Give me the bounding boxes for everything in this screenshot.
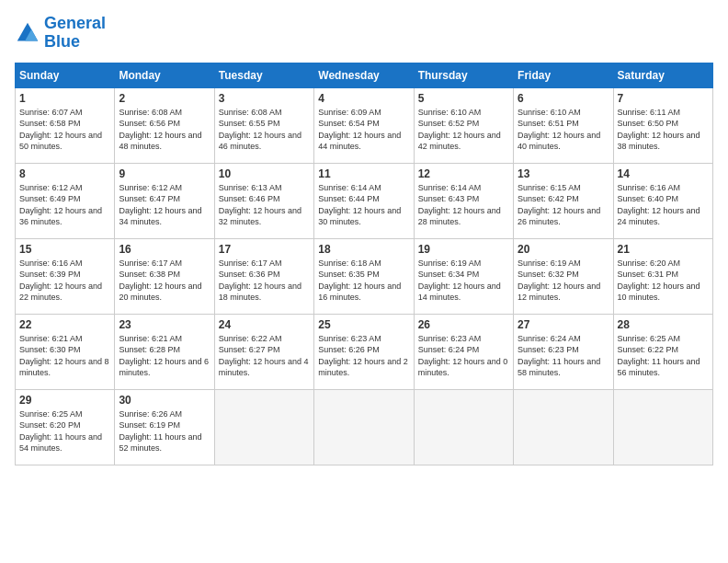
day-cell-12: 12 Sunrise: 6:14 AM Sunset: 6:43 PM Dayl… xyxy=(414,163,513,238)
day-cell-28: 28 Sunrise: 6:25 AM Sunset: 6:22 PM Dayl… xyxy=(613,314,712,389)
empty-cell xyxy=(514,389,613,465)
day-info: Sunrise: 6:19 AM Sunset: 6:32 PM Dayligh… xyxy=(518,258,609,304)
day-number: 3 xyxy=(219,92,310,105)
day-cell-3: 3 Sunrise: 6:08 AM Sunset: 6:55 PM Dayli… xyxy=(214,87,313,163)
day-info: Sunrise: 6:23 AM Sunset: 6:26 PM Dayligh… xyxy=(318,333,409,379)
day-info: Sunrise: 6:25 AM Sunset: 6:22 PM Dayligh… xyxy=(618,333,709,379)
day-number: 19 xyxy=(418,243,509,256)
day-info: Sunrise: 6:21 AM Sunset: 6:30 PM Dayligh… xyxy=(19,333,110,379)
day-cell-26: 26 Sunrise: 6:23 AM Sunset: 6:24 PM Dayl… xyxy=(414,314,513,389)
day-cell-9: 9 Sunrise: 6:12 AM Sunset: 6:47 PM Dayli… xyxy=(115,163,214,238)
day-number: 24 xyxy=(219,318,310,331)
day-number: 27 xyxy=(518,318,609,331)
day-number: 8 xyxy=(19,167,110,180)
day-info: Sunrise: 6:25 AM Sunset: 6:20 PM Dayligh… xyxy=(19,408,110,454)
day-info: Sunrise: 6:11 AM Sunset: 6:50 PM Dayligh… xyxy=(618,107,709,153)
day-number: 25 xyxy=(318,318,409,331)
logo: General Blue xyxy=(15,15,106,52)
day-number: 12 xyxy=(418,167,509,180)
day-info: Sunrise: 6:14 AM Sunset: 6:44 PM Dayligh… xyxy=(318,182,409,228)
day-info: Sunrise: 6:21 AM Sunset: 6:28 PM Dayligh… xyxy=(119,333,210,379)
day-number: 17 xyxy=(219,243,310,256)
day-info: Sunrise: 6:07 AM Sunset: 6:58 PM Dayligh… xyxy=(19,107,110,153)
day-number: 20 xyxy=(518,243,609,256)
day-number: 15 xyxy=(19,243,110,256)
day-cell-8: 8 Sunrise: 6:12 AM Sunset: 6:49 PM Dayli… xyxy=(16,163,115,238)
day-info: Sunrise: 6:08 AM Sunset: 6:55 PM Dayligh… xyxy=(219,107,310,153)
day-cell-15: 15 Sunrise: 6:16 AM Sunset: 6:39 PM Dayl… xyxy=(16,238,115,314)
day-info: Sunrise: 6:14 AM Sunset: 6:43 PM Dayligh… xyxy=(418,182,509,228)
day-cell-7: 7 Sunrise: 6:11 AM Sunset: 6:50 PM Dayli… xyxy=(613,87,712,163)
empty-cell xyxy=(613,389,712,465)
day-header-sunday: Sunday xyxy=(16,63,115,87)
day-number: 26 xyxy=(418,318,509,331)
day-number: 14 xyxy=(618,167,709,180)
day-info: Sunrise: 6:19 AM Sunset: 6:34 PM Dayligh… xyxy=(418,258,509,304)
day-number: 18 xyxy=(318,243,409,256)
day-cell-29: 29 Sunrise: 6:25 AM Sunset: 6:20 PM Dayl… xyxy=(16,389,115,465)
day-cell-22: 22 Sunrise: 6:21 AM Sunset: 6:30 PM Dayl… xyxy=(16,314,115,389)
day-cell-25: 25 Sunrise: 6:23 AM Sunset: 6:26 PM Dayl… xyxy=(314,314,414,389)
day-cell-4: 4 Sunrise: 6:09 AM Sunset: 6:54 PM Dayli… xyxy=(314,87,414,163)
day-info: Sunrise: 6:12 AM Sunset: 6:49 PM Dayligh… xyxy=(19,182,110,228)
day-header-saturday: Saturday xyxy=(613,63,712,87)
day-cell-2: 2 Sunrise: 6:08 AM Sunset: 6:56 PM Dayli… xyxy=(115,87,214,163)
day-number: 28 xyxy=(618,318,709,331)
day-number: 22 xyxy=(19,318,110,331)
header: General Blue xyxy=(15,15,713,52)
day-info: Sunrise: 6:09 AM Sunset: 6:54 PM Dayligh… xyxy=(318,107,409,153)
day-info: Sunrise: 6:16 AM Sunset: 6:39 PM Dayligh… xyxy=(19,258,110,304)
day-info: Sunrise: 6:13 AM Sunset: 6:46 PM Dayligh… xyxy=(219,182,310,228)
day-number: 13 xyxy=(518,167,609,180)
day-cell-27: 27 Sunrise: 6:24 AM Sunset: 6:23 PM Dayl… xyxy=(514,314,613,389)
day-info: Sunrise: 6:16 AM Sunset: 6:40 PM Dayligh… xyxy=(618,182,709,228)
day-number: 7 xyxy=(618,92,709,105)
day-header-tuesday: Tuesday xyxy=(214,63,313,87)
day-header-wednesday: Wednesday xyxy=(314,63,414,87)
day-number: 10 xyxy=(219,167,310,180)
day-number: 2 xyxy=(119,92,210,105)
day-number: 29 xyxy=(19,394,110,407)
day-number: 9 xyxy=(119,167,210,180)
day-cell-21: 21 Sunrise: 6:20 AM Sunset: 6:31 PM Dayl… xyxy=(613,238,712,314)
day-info: Sunrise: 6:17 AM Sunset: 6:36 PM Dayligh… xyxy=(219,258,310,304)
day-cell-14: 14 Sunrise: 6:16 AM Sunset: 6:40 PM Dayl… xyxy=(613,163,712,238)
day-cell-17: 17 Sunrise: 6:17 AM Sunset: 6:36 PM Dayl… xyxy=(214,238,313,314)
day-cell-20: 20 Sunrise: 6:19 AM Sunset: 6:32 PM Dayl… xyxy=(514,238,613,314)
day-info: Sunrise: 6:24 AM Sunset: 6:23 PM Dayligh… xyxy=(518,333,609,379)
week-row-1: 1 Sunrise: 6:07 AM Sunset: 6:58 PM Dayli… xyxy=(16,87,713,163)
day-cell-11: 11 Sunrise: 6:14 AM Sunset: 6:44 PM Dayl… xyxy=(314,163,414,238)
calendar-header-row: SundayMondayTuesdayWednesdayThursdayFrid… xyxy=(16,63,713,87)
day-header-thursday: Thursday xyxy=(414,63,513,87)
logo-icon xyxy=(15,20,40,46)
page-container: General Blue SundayMondayTuesdayWednesda… xyxy=(0,0,728,473)
logo-text: General Blue xyxy=(44,15,106,52)
day-info: Sunrise: 6:10 AM Sunset: 6:52 PM Dayligh… xyxy=(418,107,509,153)
day-info: Sunrise: 6:26 AM Sunset: 6:19 PM Dayligh… xyxy=(119,408,210,454)
week-row-3: 15 Sunrise: 6:16 AM Sunset: 6:39 PM Dayl… xyxy=(16,238,713,314)
day-info: Sunrise: 6:08 AM Sunset: 6:56 PM Dayligh… xyxy=(119,107,210,153)
day-number: 11 xyxy=(318,167,409,180)
day-info: Sunrise: 6:22 AM Sunset: 6:27 PM Dayligh… xyxy=(219,333,310,379)
day-info: Sunrise: 6:12 AM Sunset: 6:47 PM Dayligh… xyxy=(119,182,210,228)
day-info: Sunrise: 6:20 AM Sunset: 6:31 PM Dayligh… xyxy=(618,258,709,304)
day-header-friday: Friday xyxy=(514,63,613,87)
day-number: 23 xyxy=(119,318,210,331)
day-cell-6: 6 Sunrise: 6:10 AM Sunset: 6:51 PM Dayli… xyxy=(514,87,613,163)
week-row-4: 22 Sunrise: 6:21 AM Sunset: 6:30 PM Dayl… xyxy=(16,314,713,389)
day-cell-30: 30 Sunrise: 6:26 AM Sunset: 6:19 PM Dayl… xyxy=(115,389,214,465)
empty-cell xyxy=(314,389,414,465)
week-row-2: 8 Sunrise: 6:12 AM Sunset: 6:49 PM Dayli… xyxy=(16,163,713,238)
day-cell-5: 5 Sunrise: 6:10 AM Sunset: 6:52 PM Dayli… xyxy=(414,87,513,163)
day-cell-10: 10 Sunrise: 6:13 AM Sunset: 6:46 PM Dayl… xyxy=(214,163,313,238)
day-number: 6 xyxy=(518,92,609,105)
week-row-5: 29 Sunrise: 6:25 AM Sunset: 6:20 PM Dayl… xyxy=(16,389,713,465)
day-info: Sunrise: 6:23 AM Sunset: 6:24 PM Dayligh… xyxy=(418,333,509,379)
day-number: 1 xyxy=(19,92,110,105)
day-info: Sunrise: 6:17 AM Sunset: 6:38 PM Dayligh… xyxy=(119,258,210,304)
day-number: 21 xyxy=(618,243,709,256)
day-number: 16 xyxy=(119,243,210,256)
day-info: Sunrise: 6:10 AM Sunset: 6:51 PM Dayligh… xyxy=(518,107,609,153)
day-info: Sunrise: 6:18 AM Sunset: 6:35 PM Dayligh… xyxy=(318,258,409,304)
day-cell-1: 1 Sunrise: 6:07 AM Sunset: 6:58 PM Dayli… xyxy=(16,87,115,163)
